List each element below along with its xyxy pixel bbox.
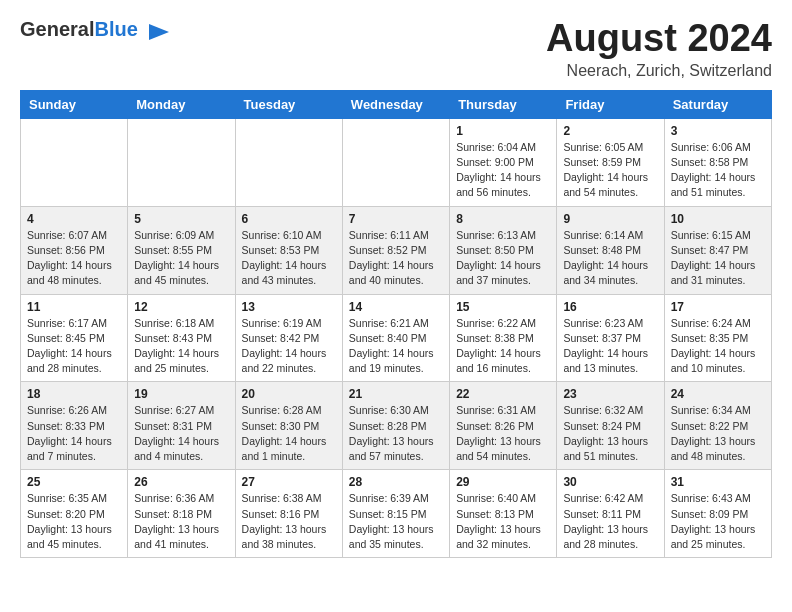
calendar-cell: 11Sunrise: 6:17 AMSunset: 8:45 PMDayligh…: [21, 294, 128, 382]
calendar-cell: 18Sunrise: 6:26 AMSunset: 8:33 PMDayligh…: [21, 382, 128, 470]
day-number: 27: [242, 475, 336, 489]
calendar-cell: 28Sunrise: 6:39 AMSunset: 8:15 PMDayligh…: [342, 470, 449, 558]
day-number: 1: [456, 124, 550, 138]
day-number: 18: [27, 387, 121, 401]
calendar-week-row: 1Sunrise: 6:04 AMSunset: 9:00 PMDaylight…: [21, 118, 772, 206]
day-info: Sunrise: 6:24 AMSunset: 8:35 PMDaylight:…: [671, 316, 765, 377]
calendar-cell: 16Sunrise: 6:23 AMSunset: 8:37 PMDayligh…: [557, 294, 664, 382]
calendar-cell: 29Sunrise: 6:40 AMSunset: 8:13 PMDayligh…: [450, 470, 557, 558]
calendar-cell: 6Sunrise: 6:10 AMSunset: 8:53 PMDaylight…: [235, 206, 342, 294]
day-info: Sunrise: 6:10 AMSunset: 8:53 PMDaylight:…: [242, 228, 336, 289]
day-info: Sunrise: 6:11 AMSunset: 8:52 PMDaylight:…: [349, 228, 443, 289]
day-number: 10: [671, 212, 765, 226]
day-number: 16: [563, 300, 657, 314]
day-info: Sunrise: 6:31 AMSunset: 8:26 PMDaylight:…: [456, 403, 550, 464]
calendar-cell: 8Sunrise: 6:13 AMSunset: 8:50 PMDaylight…: [450, 206, 557, 294]
day-info: Sunrise: 6:21 AMSunset: 8:40 PMDaylight:…: [349, 316, 443, 377]
day-number: 23: [563, 387, 657, 401]
calendar-week-row: 4Sunrise: 6:07 AMSunset: 8:56 PMDaylight…: [21, 206, 772, 294]
day-number: 22: [456, 387, 550, 401]
day-number: 21: [349, 387, 443, 401]
day-number: 7: [349, 212, 443, 226]
day-info: Sunrise: 6:28 AMSunset: 8:30 PMDaylight:…: [242, 403, 336, 464]
day-info: Sunrise: 6:14 AMSunset: 8:48 PMDaylight:…: [563, 228, 657, 289]
weekday-header-saturday: Saturday: [664, 90, 771, 118]
calendar-cell: 3Sunrise: 6:06 AMSunset: 8:58 PMDaylight…: [664, 118, 771, 206]
day-info: Sunrise: 6:05 AMSunset: 8:59 PMDaylight:…: [563, 140, 657, 201]
logo-general-text: General: [20, 18, 94, 40]
day-info: Sunrise: 6:22 AMSunset: 8:38 PMDaylight:…: [456, 316, 550, 377]
day-number: 24: [671, 387, 765, 401]
calendar-cell: 19Sunrise: 6:27 AMSunset: 8:31 PMDayligh…: [128, 382, 235, 470]
day-info: Sunrise: 6:06 AMSunset: 8:58 PMDaylight:…: [671, 140, 765, 201]
day-number: 5: [134, 212, 228, 226]
day-number: 20: [242, 387, 336, 401]
calendar-cell: 1Sunrise: 6:04 AMSunset: 9:00 PMDaylight…: [450, 118, 557, 206]
page: GeneralBlue August 2024 Neerach, Zurich,…: [0, 0, 792, 576]
calendar-cell: 7Sunrise: 6:11 AMSunset: 8:52 PMDaylight…: [342, 206, 449, 294]
day-number: 26: [134, 475, 228, 489]
calendar-cell: 20Sunrise: 6:28 AMSunset: 8:30 PMDayligh…: [235, 382, 342, 470]
calendar-cell: 24Sunrise: 6:34 AMSunset: 8:22 PMDayligh…: [664, 382, 771, 470]
calendar-cell: 21Sunrise: 6:30 AMSunset: 8:28 PMDayligh…: [342, 382, 449, 470]
day-number: 12: [134, 300, 228, 314]
calendar-cell: 23Sunrise: 6:32 AMSunset: 8:24 PMDayligh…: [557, 382, 664, 470]
calendar-table: SundayMondayTuesdayWednesdayThursdayFrid…: [20, 90, 772, 558]
day-number: 31: [671, 475, 765, 489]
weekday-header-monday: Monday: [128, 90, 235, 118]
day-number: 14: [349, 300, 443, 314]
day-info: Sunrise: 6:34 AMSunset: 8:22 PMDaylight:…: [671, 403, 765, 464]
header: GeneralBlue August 2024 Neerach, Zurich,…: [20, 18, 772, 80]
day-number: 28: [349, 475, 443, 489]
day-info: Sunrise: 6:19 AMSunset: 8:42 PMDaylight:…: [242, 316, 336, 377]
calendar-cell: 17Sunrise: 6:24 AMSunset: 8:35 PMDayligh…: [664, 294, 771, 382]
svg-marker-0: [149, 24, 169, 40]
day-number: 29: [456, 475, 550, 489]
weekday-header-tuesday: Tuesday: [235, 90, 342, 118]
calendar-cell: 22Sunrise: 6:31 AMSunset: 8:26 PMDayligh…: [450, 382, 557, 470]
day-number: 19: [134, 387, 228, 401]
calendar-week-row: 25Sunrise: 6:35 AMSunset: 8:20 PMDayligh…: [21, 470, 772, 558]
calendar-cell: [342, 118, 449, 206]
weekday-header-sunday: Sunday: [21, 90, 128, 118]
day-number: 8: [456, 212, 550, 226]
day-number: 30: [563, 475, 657, 489]
calendar-cell: 31Sunrise: 6:43 AMSunset: 8:09 PMDayligh…: [664, 470, 771, 558]
calendar-cell: 15Sunrise: 6:22 AMSunset: 8:38 PMDayligh…: [450, 294, 557, 382]
day-info: Sunrise: 6:27 AMSunset: 8:31 PMDaylight:…: [134, 403, 228, 464]
day-number: 2: [563, 124, 657, 138]
calendar-cell: 25Sunrise: 6:35 AMSunset: 8:20 PMDayligh…: [21, 470, 128, 558]
day-info: Sunrise: 6:17 AMSunset: 8:45 PMDaylight:…: [27, 316, 121, 377]
day-info: Sunrise: 6:23 AMSunset: 8:37 PMDaylight:…: [563, 316, 657, 377]
day-info: Sunrise: 6:36 AMSunset: 8:18 PMDaylight:…: [134, 491, 228, 552]
calendar-cell: 14Sunrise: 6:21 AMSunset: 8:40 PMDayligh…: [342, 294, 449, 382]
calendar-week-row: 18Sunrise: 6:26 AMSunset: 8:33 PMDayligh…: [21, 382, 772, 470]
day-info: Sunrise: 6:09 AMSunset: 8:55 PMDaylight:…: [134, 228, 228, 289]
day-number: 3: [671, 124, 765, 138]
calendar-cell: 27Sunrise: 6:38 AMSunset: 8:16 PMDayligh…: [235, 470, 342, 558]
day-number: 15: [456, 300, 550, 314]
day-number: 25: [27, 475, 121, 489]
weekday-header-row: SundayMondayTuesdayWednesdayThursdayFrid…: [21, 90, 772, 118]
day-info: Sunrise: 6:38 AMSunset: 8:16 PMDaylight:…: [242, 491, 336, 552]
calendar-cell: 30Sunrise: 6:42 AMSunset: 8:11 PMDayligh…: [557, 470, 664, 558]
day-info: Sunrise: 6:18 AMSunset: 8:43 PMDaylight:…: [134, 316, 228, 377]
calendar-week-row: 11Sunrise: 6:17 AMSunset: 8:45 PMDayligh…: [21, 294, 772, 382]
day-info: Sunrise: 6:07 AMSunset: 8:56 PMDaylight:…: [27, 228, 121, 289]
day-info: Sunrise: 6:43 AMSunset: 8:09 PMDaylight:…: [671, 491, 765, 552]
day-number: 17: [671, 300, 765, 314]
title-block: August 2024 Neerach, Zurich, Switzerland: [546, 18, 772, 80]
calendar-cell: 9Sunrise: 6:14 AMSunset: 8:48 PMDaylight…: [557, 206, 664, 294]
calendar-cell: 5Sunrise: 6:09 AMSunset: 8:55 PMDaylight…: [128, 206, 235, 294]
day-info: Sunrise: 6:40 AMSunset: 8:13 PMDaylight:…: [456, 491, 550, 552]
calendar-cell: [128, 118, 235, 206]
calendar-cell: 2Sunrise: 6:05 AMSunset: 8:59 PMDaylight…: [557, 118, 664, 206]
day-info: Sunrise: 6:42 AMSunset: 8:11 PMDaylight:…: [563, 491, 657, 552]
day-info: Sunrise: 6:39 AMSunset: 8:15 PMDaylight:…: [349, 491, 443, 552]
day-info: Sunrise: 6:13 AMSunset: 8:50 PMDaylight:…: [456, 228, 550, 289]
logo-icon: [145, 18, 173, 46]
location: Neerach, Zurich, Switzerland: [546, 62, 772, 80]
day-number: 4: [27, 212, 121, 226]
calendar-cell: [235, 118, 342, 206]
weekday-header-wednesday: Wednesday: [342, 90, 449, 118]
